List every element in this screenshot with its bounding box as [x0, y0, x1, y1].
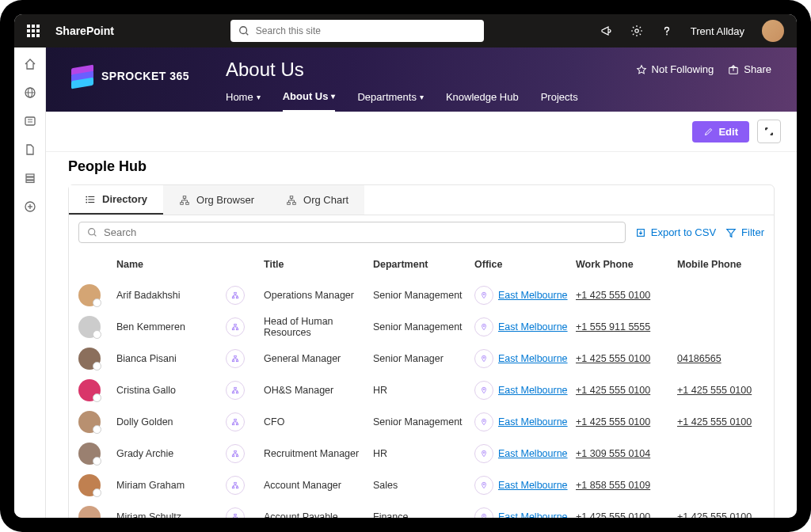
org-icon[interactable] [226, 507, 245, 518]
user-name[interactable]: Trent Allday [691, 25, 744, 37]
globe-icon[interactable] [23, 86, 37, 100]
table-row[interactable]: Grady Archie Recruitment Manager HR East… [78, 438, 764, 469]
nav-item[interactable]: About Us▾ [283, 90, 336, 112]
mobile-phone[interactable]: +1 425 555 0100 [677, 385, 752, 396]
tab-org-browser[interactable]: Org Browser [163, 185, 270, 215]
work-phone[interactable]: +1 425 555 0100 [576, 385, 650, 396]
logo-mark-icon [71, 65, 93, 87]
person-office[interactable]: East Melbourne [474, 476, 569, 495]
person-title: Recruitment Manager [264, 448, 367, 459]
work-phone[interactable]: +1 425 555 0100 [576, 511, 650, 518]
person-avatar[interactable] [78, 506, 101, 518]
person-office[interactable]: East Melbourne [474, 507, 569, 518]
help-icon[interactable] [661, 25, 673, 37]
person-title: Account Payable [264, 511, 367, 518]
table-row[interactable]: Arif Badakhshi Operations Manager Senior… [78, 279, 764, 311]
col-title[interactable]: Title [264, 259, 367, 270]
table-row[interactable]: Miriam Graham Account Manager Sales East… [78, 469, 764, 501]
work-phone[interactable]: +1 858 555 0109 [576, 480, 650, 491]
table-row[interactable]: Cristina Gallo OH&S Manager HR East Melb… [78, 374, 764, 406]
svg-point-47 [483, 389, 485, 390]
svg-point-0 [240, 27, 247, 34]
news-icon[interactable] [23, 114, 37, 128]
follow-button[interactable]: Not Following [636, 63, 714, 75]
table-row[interactable]: Dolly Golden CFO Senior Management East … [78, 406, 764, 438]
org-icon[interactable] [226, 412, 245, 431]
col-office[interactable]: Office [474, 259, 569, 270]
user-avatar[interactable] [762, 20, 784, 42]
share-label: Share [744, 63, 771, 75]
org-icon[interactable] [226, 476, 245, 495]
site-logo[interactable]: SPROCKET 365 [71, 59, 226, 87]
work-phone[interactable]: +1 425 555 0100 [576, 290, 650, 301]
svg-point-51 [483, 420, 485, 422]
person-office[interactable]: East Melbourne [474, 381, 569, 400]
person-office[interactable]: East Melbourne [474, 286, 569, 305]
nav-item[interactable]: Knowledge Hub [446, 91, 519, 111]
person-department: HR [373, 385, 468, 396]
tab-org-chart-label: Org Chart [303, 194, 348, 206]
person-office[interactable]: East Melbourne [474, 412, 569, 431]
gear-icon[interactable] [630, 25, 643, 37]
col-workphone[interactable]: Work Phone [576, 259, 671, 270]
megaphone-icon[interactable] [600, 25, 613, 37]
org-icon[interactable] [226, 349, 245, 368]
org-icon[interactable] [226, 444, 245, 463]
table-row[interactable]: Miriam Schultz Account Payable Finance E… [78, 501, 764, 518]
person-name: Dolly Golden [116, 416, 219, 428]
person-office[interactable]: East Melbourne [474, 349, 569, 368]
person-office[interactable]: East Melbourne [474, 444, 569, 463]
person-avatar[interactable] [78, 348, 101, 370]
share-button[interactable]: Share [728, 63, 771, 75]
person-avatar[interactable] [78, 474, 101, 496]
filter-button[interactable]: Filter [725, 226, 764, 238]
location-icon [474, 507, 493, 518]
work-phone[interactable]: +1 425 555 0100 [576, 416, 650, 428]
org-icon[interactable] [226, 286, 245, 305]
mobile-phone[interactable]: 04186565 [677, 353, 722, 364]
tab-directory[interactable]: Directory [69, 185, 163, 215]
mobile-phone[interactable]: +1 425 555 0100 [677, 416, 752, 428]
file-icon[interactable] [23, 142, 37, 157]
directory-search-input[interactable] [104, 226, 617, 238]
nav-item[interactable]: Projects [541, 91, 578, 111]
site-header: SPROCKET 365 About Us Home▾About Us▾Depa… [46, 48, 797, 112]
svg-rect-50 [236, 424, 238, 425]
site-search-input[interactable] [256, 25, 476, 36]
list-icon[interactable] [23, 171, 37, 185]
svg-rect-34 [236, 297, 238, 298]
person-avatar[interactable] [78, 379, 101, 401]
org-icon[interactable] [226, 381, 245, 400]
location-icon [474, 286, 493, 305]
table-row[interactable]: Bianca Pisani General Manager Senior Man… [78, 343, 764, 374]
person-avatar[interactable] [78, 443, 101, 465]
work-phone[interactable]: +1 425 555 0100 [576, 353, 650, 364]
work-phone[interactable]: +1 309 555 0104 [576, 448, 650, 459]
tab-org-chart[interactable]: Org Chart [270, 185, 364, 215]
person-title: Account Manager [264, 480, 367, 491]
mobile-phone[interactable]: +1 425 555 0100 [677, 511, 752, 518]
directory-search[interactable] [78, 222, 626, 243]
person-avatar[interactable] [78, 284, 101, 306]
nav-item[interactable]: Departments▾ [357, 91, 423, 111]
col-department[interactable]: Department [373, 259, 468, 270]
export-icon [635, 227, 646, 238]
person-avatar[interactable] [78, 411, 101, 433]
svg-rect-26 [290, 196, 293, 198]
add-icon[interactable] [23, 200, 37, 214]
export-csv-button[interactable]: Export to CSV [635, 226, 716, 238]
person-avatar[interactable] [78, 316, 101, 338]
table-row[interactable]: Ben Kemmeren Head of Human Resources Sen… [78, 311, 764, 343]
org-icon[interactable] [226, 317, 245, 336]
person-office[interactable]: East Melbourne [474, 317, 569, 336]
home-icon[interactable] [23, 57, 37, 71]
svg-point-43 [483, 357, 485, 359]
nav-item[interactable]: Home▾ [226, 91, 261, 111]
col-mobilephone[interactable]: Mobile Phone [677, 259, 772, 270]
site-search[interactable] [230, 20, 484, 42]
edit-button[interactable]: Edit [692, 121, 749, 142]
app-launcher-icon[interactable] [27, 25, 40, 37]
work-phone[interactable]: +1 555 911 5555 [576, 321, 650, 332]
expand-button[interactable] [757, 120, 781, 143]
col-name[interactable]: Name [116, 259, 219, 270]
